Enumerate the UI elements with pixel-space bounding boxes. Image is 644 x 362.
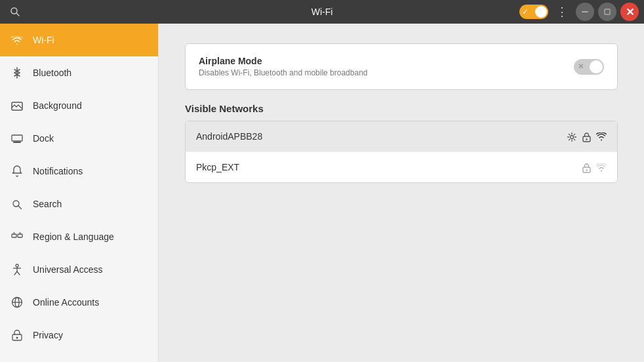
dock-icon <box>10 132 24 144</box>
window-controls: ✓ ⋮ ✕ <box>519 2 639 22</box>
sidebar-item-notifications[interactable]: Notifications <box>0 155 158 188</box>
toggle-check-icon: ✓ <box>522 7 529 16</box>
airplane-mode-row: Airplane Mode Disables Wi-Fi, Bluetooth … <box>186 44 617 89</box>
notifications-icon <box>10 165 24 178</box>
sidebar-item-online-accounts-label: Online Accounts <box>33 297 99 308</box>
sidebar-item-universal-access-label: Universal Access <box>33 264 103 275</box>
search-button[interactable] <box>5 2 25 22</box>
lock-icon <box>582 161 591 173</box>
sidebar-item-bluetooth[interactable]: Bluetooth <box>0 56 158 89</box>
sidebar-item-search-label: Search <box>33 199 62 209</box>
airplane-mode-description: Disables Wi-Fi, Bluetooth and mobile bro… <box>199 68 574 77</box>
airplane-mode-toggle[interactable]: ✕ <box>574 59 604 75</box>
sidebar-item-background-label: Background <box>33 100 82 111</box>
svg-line-18 <box>17 272 20 275</box>
sidebar-item-dock-label: Dock <box>33 133 54 144</box>
maximize-button[interactable] <box>598 3 616 21</box>
svg-point-14 <box>16 264 18 267</box>
lock-icon <box>582 131 591 142</box>
sidebar-item-online-accounts[interactable]: Online Accounts <box>0 286 158 319</box>
titlebar: Wi-Fi ✓ ⋮ ✕ <box>0 0 644 24</box>
wifi-signal-full-icon <box>596 131 607 142</box>
svg-point-23 <box>16 337 18 339</box>
svg-point-24 <box>571 135 574 138</box>
network-name: Pkcp_EXT <box>196 162 582 172</box>
privacy-icon <box>10 329 24 342</box>
menu-button[interactable]: ⋮ <box>552 2 572 22</box>
sidebar-item-region-label: Region & Language <box>33 231 114 242</box>
close-button[interactable]: ✕ <box>620 3 639 21</box>
sidebar-item-dock[interactable]: Dock <box>0 122 158 155</box>
settings-icon[interactable] <box>567 131 577 142</box>
svg-line-9 <box>18 206 22 209</box>
sidebar-item-bluetooth-label: Bluetooth <box>33 68 71 78</box>
sidebar-item-privacy-label: Privacy <box>33 330 63 340</box>
svg-point-28 <box>586 169 587 171</box>
sidebar-item-notifications-label: Notifications <box>33 166 83 176</box>
region-icon <box>10 231 24 243</box>
svg-rect-7 <box>13 142 21 143</box>
airplane-mode-title: Airplane Mode <box>199 56 574 66</box>
network-icons <box>582 161 607 173</box>
toggle-knob <box>535 6 547 18</box>
svg-line-17 <box>14 272 17 275</box>
networks-list: AndroidAPBB28 <box>185 121 618 183</box>
svg-line-1 <box>16 13 19 16</box>
airplane-mode-card: Airplane Mode Disables Wi-Fi, Bluetooth … <box>185 43 618 90</box>
network-row[interactable]: AndroidAPBB28 <box>186 121 617 152</box>
main-layout: Wi-Fi Bluetooth Background <box>0 24 644 362</box>
svg-rect-6 <box>12 135 22 141</box>
sidebar-item-wifi-label: Wi-Fi <box>33 35 54 45</box>
wifi-toggle[interactable]: ✓ <box>519 5 548 19</box>
sidebar: Wi-Fi Bluetooth Background <box>0 24 159 362</box>
airplane-toggle-knob <box>590 60 603 73</box>
svg-rect-3 <box>605 9 610 14</box>
svg-rect-2 <box>582 11 588 12</box>
sidebar-item-universal-access[interactable]: Universal Access <box>0 253 158 286</box>
svg-point-26 <box>586 138 587 140</box>
window-title: Wi-Fi <box>312 7 333 17</box>
universal-access-icon <box>10 264 24 276</box>
sidebar-item-background[interactable]: Background <box>0 89 158 122</box>
sidebar-item-region[interactable]: Region & Language <box>0 220 158 253</box>
background-icon <box>10 100 24 111</box>
airplane-toggle-off-icon: ✕ <box>578 62 584 71</box>
airplane-mode-text: Airplane Mode Disables Wi-Fi, Bluetooth … <box>199 56 574 77</box>
sidebar-item-search[interactable]: Search <box>0 188 158 220</box>
network-row[interactable]: Pkcp_EXT <box>186 152 617 182</box>
search-icon <box>10 198 24 210</box>
wifi-signal-low-icon <box>596 161 607 173</box>
network-icons <box>567 131 607 142</box>
network-name: AndroidAPBB28 <box>196 131 567 142</box>
svg-rect-10 <box>12 234 16 237</box>
bluetooth-icon <box>10 67 24 79</box>
sidebar-item-wifi[interactable]: Wi-Fi <box>0 24 158 56</box>
sidebar-item-privacy[interactable]: Privacy <box>0 319 158 352</box>
svg-rect-11 <box>18 234 22 237</box>
visible-networks-title: Visible Networks <box>185 103 618 114</box>
minimize-button[interactable] <box>576 3 594 21</box>
content-area: Airplane Mode Disables Wi-Fi, Bluetooth … <box>159 24 644 362</box>
online-accounts-icon <box>10 296 24 309</box>
wifi-icon <box>10 34 24 46</box>
